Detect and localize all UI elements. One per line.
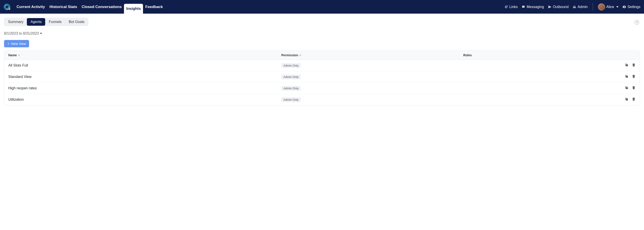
- permission-badge: Admin Only: [281, 97, 301, 102]
- delete-button[interactable]: [632, 74, 636, 79]
- help-icon[interactable]: ?: [634, 20, 639, 24]
- duplicate-button[interactable]: [624, 97, 628, 102]
- permission-badge: Admin Only: [281, 63, 301, 68]
- nav-outbound-label: Outbound: [553, 5, 568, 9]
- user-menu[interactable]: Alice: [598, 3, 619, 10]
- table-row[interactable]: All Slots FullAdmin Only: [4, 60, 640, 71]
- subtab-funnels[interactable]: Funnels: [45, 18, 65, 26]
- nav-links-label: Links: [509, 5, 518, 9]
- external-link-icon: [504, 5, 508, 9]
- row-name: All Slots Full: [8, 63, 281, 67]
- main-content: SummaryAgentsFunnelsBot Goals ? 8/1/2023…: [0, 14, 644, 110]
- nav-messaging-label: Messaging: [526, 5, 544, 9]
- subtab-agents[interactable]: Agents: [27, 18, 45, 26]
- sort-icon: ▲▼: [300, 54, 301, 56]
- table-row[interactable]: Standard ViewAdmin Only: [4, 71, 640, 83]
- chevron-down-icon: [40, 33, 42, 34]
- nav-settings[interactable]: Settings: [622, 5, 640, 9]
- svg-point-2: [524, 6, 524, 7]
- nav-admin[interactable]: Admin: [572, 5, 588, 9]
- paper-plane-icon: [548, 5, 552, 9]
- avatar: [598, 3, 605, 10]
- nav-divider: [593, 3, 593, 11]
- col-permission[interactable]: Permission ▲▼: [281, 53, 463, 57]
- delete-button[interactable]: [632, 97, 636, 102]
- permission-badge: Admin Only: [281, 75, 301, 79]
- user-name: Alice: [606, 5, 614, 9]
- nav-admin-label: Admin: [578, 5, 588, 9]
- date-range-picker[interactable]: 8/1/2023 to 8/31/2023: [4, 31, 640, 35]
- subtab-summary[interactable]: Summary: [4, 18, 27, 26]
- delete-button[interactable]: [632, 63, 636, 68]
- col-permission-label: Permission: [281, 53, 298, 57]
- trash-icon: [632, 63, 636, 67]
- trash-icon: [632, 97, 636, 101]
- top-nav: Current ActivityHistorical StatsClosed C…: [0, 0, 644, 14]
- col-roles-label: Roles: [463, 53, 472, 57]
- duplicate-button[interactable]: [624, 86, 628, 91]
- app-logo: [4, 3, 10, 10]
- subtab-bot-goals[interactable]: Bot Goals: [65, 18, 88, 26]
- row-name: High reopen rates: [8, 86, 281, 90]
- chat-icon: [522, 5, 525, 9]
- trash-icon: [632, 86, 636, 90]
- copy-icon: [624, 63, 628, 67]
- nav-right: Links Messaging Outbound Admin Alice Set…: [504, 3, 640, 11]
- users-icon: [572, 5, 576, 9]
- table-header: Name ▲▼ Permission ▲▼ Roles: [4, 51, 640, 60]
- copy-icon: [624, 97, 628, 101]
- nav-tab-current-activity[interactable]: Current Activity: [14, 0, 47, 14]
- sort-icon: ▲▼: [18, 54, 20, 56]
- copy-icon: [624, 74, 628, 78]
- nav-outbound[interactable]: Outbound: [548, 5, 568, 9]
- date-range-label: 8/1/2023 to 8/31/2023: [4, 31, 39, 35]
- col-name[interactable]: Name ▲▼: [8, 53, 281, 57]
- new-view-label: New View: [11, 42, 26, 46]
- nav-tab-closed-conversations[interactable]: Closed Conversations: [80, 0, 124, 14]
- delete-button[interactable]: [632, 86, 636, 91]
- nav-settings-label: Settings: [628, 5, 640, 9]
- chevron-down-icon: [616, 6, 618, 7]
- nav-messaging[interactable]: Messaging: [522, 5, 544, 9]
- duplicate-button[interactable]: [624, 74, 628, 79]
- col-roles: Roles: [463, 53, 609, 57]
- nav-links[interactable]: Links: [504, 5, 518, 9]
- svg-point-1: [524, 6, 524, 7]
- nav-tab-feedback[interactable]: Feedback: [143, 0, 165, 14]
- row-name: Utilization: [8, 98, 281, 102]
- copy-icon: [624, 86, 628, 90]
- subtabs: SummaryAgentsFunnelsBot Goals: [4, 18, 88, 26]
- gear-icon: [622, 5, 626, 9]
- table-row[interactable]: UtilizationAdmin Only: [4, 94, 640, 105]
- views-table: Name ▲▼ Permission ▲▼ Roles All Slots Fu…: [4, 50, 640, 106]
- new-view-button[interactable]: New View: [4, 40, 29, 47]
- nav-tabs: Current ActivityHistorical StatsClosed C…: [14, 0, 165, 14]
- row-name: Standard View: [8, 75, 281, 79]
- svg-point-0: [523, 6, 523, 7]
- permission-badge: Admin Only: [281, 86, 301, 91]
- nav-tab-insights[interactable]: Insights: [124, 4, 143, 14]
- plus-icon: [7, 42, 10, 45]
- trash-icon: [632, 74, 636, 78]
- nav-tab-historical-stats[interactable]: Historical Stats: [47, 0, 80, 14]
- col-name-label: Name: [8, 53, 17, 57]
- duplicate-button[interactable]: [624, 63, 628, 68]
- table-row[interactable]: High reopen ratesAdmin Only: [4, 83, 640, 94]
